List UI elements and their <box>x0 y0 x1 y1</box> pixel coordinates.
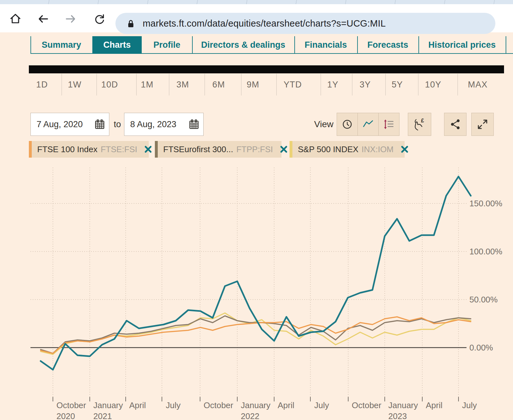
series-color-bar <box>155 141 158 158</box>
tab-divider <box>506 36 506 54</box>
range-6m[interactable]: 6M <box>210 79 227 90</box>
range-divider <box>385 74 386 95</box>
x-label-month: April <box>278 400 294 411</box>
series-name: FTSEurofirst 300... <box>163 144 233 154</box>
tab-divider <box>294 36 295 54</box>
range-divider <box>352 74 352 95</box>
x-axis-label: January2022 <box>241 400 271 420</box>
range-5y[interactable]: 5Y <box>390 79 405 90</box>
range-1w[interactable]: 1W <box>66 79 84 90</box>
series-name: S&P 500 INDEX <box>298 144 358 154</box>
line-chart-icon <box>362 118 374 130</box>
x-axis-label: July <box>462 400 477 411</box>
date-to-value[interactable]: 8 Aug, 2023 <box>130 119 189 129</box>
x-label-month: October <box>352 400 382 411</box>
x-label-month: April <box>426 400 442 411</box>
range-divider <box>136 74 137 95</box>
x-axis-label: April <box>426 400 442 411</box>
date-from-calendar-button[interactable] <box>94 119 105 130</box>
address-bar[interactable]: markets.ft.com/data/equities/tearsheet/c… <box>115 13 495 34</box>
remove-series-button[interactable] <box>144 145 152 153</box>
tab-historical-prices[interactable]: Historical prices <box>418 36 506 54</box>
range-divider <box>276 74 277 95</box>
view-mode-line-chart-button[interactable] <box>357 113 379 136</box>
range-ytd[interactable]: YTD <box>282 79 304 90</box>
clock-icon <box>341 118 353 130</box>
x-label-month: January <box>241 400 271 411</box>
x-label-year: 2020 <box>56 411 86 420</box>
close-icon <box>401 145 408 153</box>
back-button[interactable] <box>36 12 50 26</box>
date-from-value[interactable]: 7 Aug, 2020 <box>37 119 94 129</box>
x-label-month: October <box>204 400 233 411</box>
svg-text:£: £ <box>421 118 424 124</box>
view-mode-intraday-button[interactable] <box>337 113 358 136</box>
close-icon <box>144 145 152 153</box>
remove-series-button[interactable] <box>401 145 408 153</box>
price-comparison-chart[interactable] <box>0 160 513 416</box>
date-to-input[interactable]: 8 Aug, 2023 <box>124 113 204 136</box>
tab-financials[interactable]: Financials <box>294 36 357 54</box>
x-label-month: October <box>56 400 86 411</box>
x-axis-label: October <box>352 400 382 411</box>
view-mode-value-range-button[interactable] <box>378 113 399 136</box>
date-to-calendar-button[interactable] <box>189 119 199 130</box>
series-color-bar <box>290 141 292 158</box>
range-1y[interactable]: 1Y <box>325 79 340 90</box>
back-arrow-icon <box>37 12 50 25</box>
range-3m[interactable]: 3M <box>174 79 191 90</box>
view-label: View <box>308 113 333 136</box>
range-1m[interactable]: 1M <box>139 79 156 90</box>
tab-divider <box>30 36 31 54</box>
share-icon <box>449 118 461 130</box>
tab-profile[interactable]: Profile <box>142 36 192 54</box>
reload-icon <box>93 12 106 25</box>
x-axis-label: October2020 <box>56 400 86 420</box>
x-label-month: July <box>166 400 181 411</box>
tab-directors-dealings[interactable]: Directors & dealings <box>192 36 294 54</box>
range-3y[interactable]: 3Y <box>357 79 373 90</box>
calendar-icon <box>189 119 199 130</box>
tab-summary[interactable]: Summary <box>30 36 92 54</box>
lock-icon <box>126 19 136 30</box>
tab-forecasts[interactable]: Forecasts <box>357 36 418 54</box>
range-divider <box>321 74 321 95</box>
browser-tab-strip <box>0 0 513 4</box>
tab-divider <box>192 36 193 54</box>
range-divider <box>458 74 458 95</box>
range-divider <box>62 74 62 95</box>
close-icon <box>280 145 288 153</box>
series-line-ucg-mil <box>41 177 471 370</box>
x-label-month: January <box>93 400 123 411</box>
x-axis-label: April <box>278 400 294 411</box>
remove-series-button[interactable] <box>280 145 288 153</box>
range-max[interactable]: MAX <box>466 79 490 90</box>
reload-button[interactable] <box>92 12 106 26</box>
range-10y[interactable]: 10Y <box>423 79 443 90</box>
x-label-month: April <box>129 400 146 411</box>
series-chip-ftse100: FTSE 100 Index FTSE:FSI <box>29 141 149 158</box>
tap-price-button[interactable]: £ <box>408 113 431 136</box>
url-text[interactable]: markets.ft.com/data/equities/tearsheet/c… <box>143 18 386 29</box>
tab-divider <box>357 36 358 54</box>
forward-arrow-icon <box>64 12 77 25</box>
forward-button[interactable] <box>63 12 78 26</box>
range-divider <box>241 74 241 95</box>
x-label-year: 2021 <box>93 411 123 420</box>
y-axis-label-100: 100.00% <box>469 247 502 257</box>
share-button[interactable] <box>444 113 467 136</box>
range-divider <box>205 74 205 95</box>
x-axis-label: April <box>129 400 146 411</box>
date-from-input[interactable]: 7 Aug, 2020 <box>30 113 109 136</box>
fullscreen-button[interactable] <box>471 113 494 136</box>
x-axis-label: January2023 <box>388 400 418 420</box>
range-9m[interactable]: 9M <box>245 79 261 90</box>
range-1d[interactable]: 1D <box>34 79 50 90</box>
series-name: FTSE 100 Index <box>37 144 97 154</box>
tab-charts[interactable]: Charts <box>92 36 142 54</box>
fullscreen-expand-icon <box>476 118 489 130</box>
home-button[interactable] <box>8 12 22 26</box>
range-10d[interactable]: 10D <box>99 79 120 90</box>
y-axis-label-150: 150.00% <box>469 199 502 209</box>
tab-underline <box>30 53 513 54</box>
